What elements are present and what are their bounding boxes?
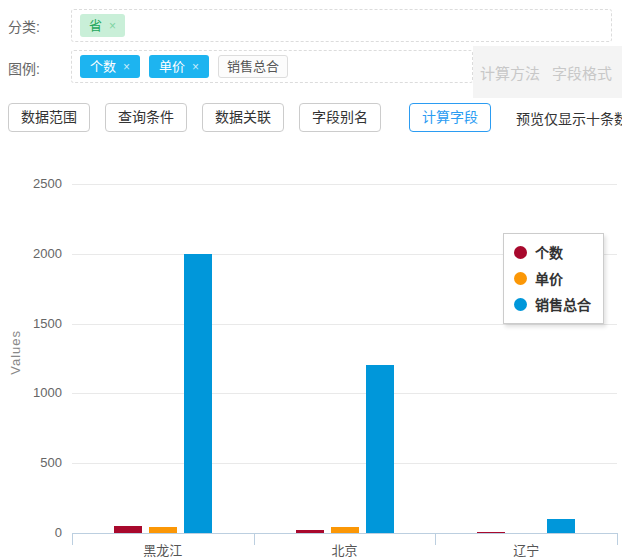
query-condition-button[interactable]: 查询条件 xyxy=(105,103,187,132)
x-category-label-辽宁: 辽宁 xyxy=(435,540,617,558)
field-tag-销售总合[interactable]: 销售总合 xyxy=(218,55,288,78)
x-category-label-北京: 北京 xyxy=(254,540,436,558)
field-format-action: 字段格式 xyxy=(552,62,612,83)
remove-tag-icon[interactable]: × xyxy=(123,61,130,73)
bar-chart: Values 05001000150020002500 黑龙江北京辽宁 个数单价… xyxy=(0,140,622,558)
bar-group-辽宁 xyxy=(435,140,617,533)
category-field-label: 分类: xyxy=(8,16,40,36)
bar-北京-销售总合[interactable] xyxy=(366,365,394,533)
legend-swatch-icon xyxy=(514,298,527,311)
y-axis-title: Values xyxy=(8,330,23,375)
field-tag-单价[interactable]: 单价× xyxy=(149,55,209,78)
report-designer-panel: 分类: 省× 图例: 个数×单价×销售总合 计算方法 字段格式 数据范围 查询条… xyxy=(0,0,622,558)
y-tick-label-1500: 1500 xyxy=(0,316,62,331)
bar-group-黑龙江 xyxy=(72,140,254,533)
category-drop-zone[interactable]: 省× xyxy=(71,9,612,42)
legend-item-label: 单价 xyxy=(535,268,563,288)
field-tag-label: 个数 xyxy=(90,60,116,73)
legend-swatch-icon xyxy=(514,246,527,259)
toolbar: 数据范围 查询条件 数据关联 字段别名 计算字段 预览仅显示十条数据 xyxy=(8,103,622,132)
y-tick-label-500: 500 xyxy=(0,455,62,470)
y-tick-label-2500: 2500 xyxy=(0,176,62,191)
legend-item-label: 销售总合 xyxy=(535,294,591,314)
field-tag-个数[interactable]: 个数× xyxy=(80,55,140,78)
legend-swatch-icon xyxy=(514,272,527,285)
bar-group-北京 xyxy=(254,140,436,533)
legend-item-销售总合[interactable]: 销售总合 xyxy=(514,294,591,314)
data-range-button[interactable]: 数据范围 xyxy=(8,103,90,132)
y-tick-label-2000: 2000 xyxy=(0,246,62,261)
bar-辽宁-销售总合[interactable] xyxy=(547,519,575,533)
calculated-field-button[interactable]: 计算字段 xyxy=(409,103,491,132)
chart-legend: 个数单价销售总合 xyxy=(503,233,604,324)
field-tag-label: 单价 xyxy=(159,60,185,73)
legend-item-个数[interactable]: 个数 xyxy=(514,242,591,262)
field-alias-button[interactable]: 字段别名 xyxy=(299,103,381,132)
remove-tag-icon[interactable]: × xyxy=(109,20,116,32)
field-tag-label: 省 xyxy=(89,19,102,32)
x-axis-tick xyxy=(617,533,618,545)
preview-note: 预览仅显示十条数据 xyxy=(516,108,622,128)
field-options-panel: 计算方法 字段格式 xyxy=(473,46,622,98)
plot-area xyxy=(72,140,617,533)
bar-黑龙江-销售总合[interactable] xyxy=(184,254,212,533)
legend-item-单价[interactable]: 单价 xyxy=(514,268,591,288)
x-axis-labels: 黑龙江北京辽宁 xyxy=(72,540,617,558)
x-category-label-黑龙江: 黑龙江 xyxy=(72,540,254,558)
legend-field-label: 图例: xyxy=(8,58,40,78)
legend-item-label: 个数 xyxy=(535,242,563,262)
legend-drop-zone[interactable]: 个数×单价×销售总合 xyxy=(71,50,473,83)
remove-tag-icon[interactable]: × xyxy=(192,61,199,73)
y-tick-label-0: 0 xyxy=(0,525,62,540)
y-tick-label-1000: 1000 xyxy=(0,385,62,400)
data-relation-button[interactable]: 数据关联 xyxy=(202,103,284,132)
calc-method-action: 计算方法 xyxy=(480,62,540,83)
field-tag-省[interactable]: 省× xyxy=(80,14,125,37)
bar-黑龙江-个数[interactable] xyxy=(114,526,142,533)
x-axis-line xyxy=(72,533,617,534)
field-tag-label: 销售总合 xyxy=(227,60,279,73)
